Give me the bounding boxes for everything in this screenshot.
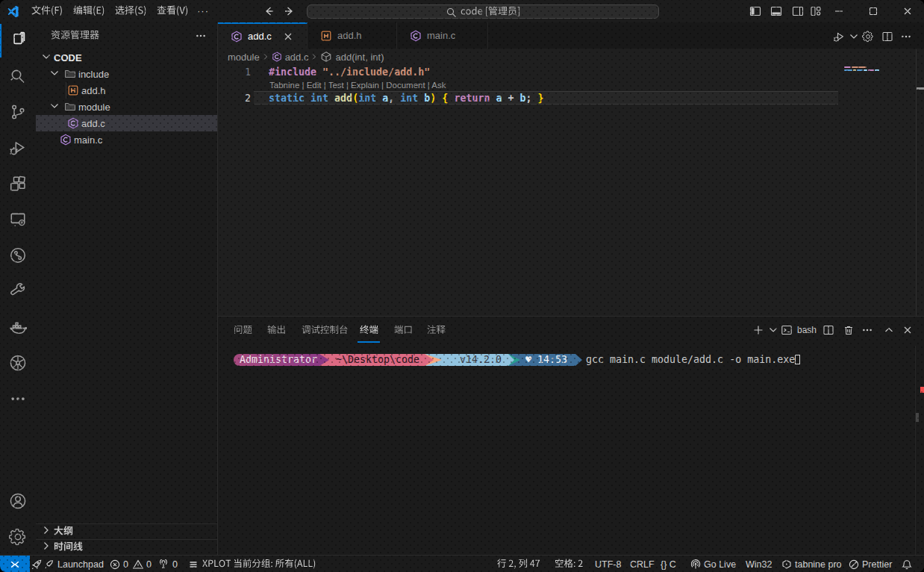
tab-main-c[interactable]: main.c xyxy=(397,22,488,49)
timeline-section[interactable] xyxy=(36,539,217,555)
overview-cursor-mark xyxy=(917,87,924,90)
language-item[interactable]: {} C xyxy=(661,556,676,572)
panel-tab-output[interactable] xyxy=(267,325,286,339)
panel-tab-comments[interactable] xyxy=(427,325,446,339)
activity-docker[interactable] xyxy=(0,309,36,345)
breadcrumb-module[interactable]: module xyxy=(228,52,260,63)
command-center[interactable] xyxy=(307,4,659,19)
activity-source-control[interactable] xyxy=(0,94,36,130)
close-tab-icon[interactable] xyxy=(282,31,294,43)
terminal-profile-icon[interactable] xyxy=(781,324,793,336)
breadcrumb-file[interactable]: add.c xyxy=(285,52,309,63)
code-line-2[interactable]: static int add(int a, int b) { return a … xyxy=(269,92,544,105)
chevron-right-icon xyxy=(40,540,52,552)
panel-tab-terminal[interactable] xyxy=(360,325,378,339)
more-icon xyxy=(900,31,912,43)
new-terminal-button[interactable] xyxy=(752,324,764,336)
panel-more-button[interactable] xyxy=(861,324,873,336)
terminal-dropdown-icon[interactable] xyxy=(767,324,779,336)
run-dropdown-icon[interactable] xyxy=(848,31,860,43)
tabnine-icon xyxy=(781,559,792,570)
customize-layout-button[interactable] xyxy=(810,5,822,17)
tree-item-module[interactable]: module xyxy=(36,99,217,115)
minimize-button[interactable] xyxy=(822,0,855,22)
menu-file[interactable] xyxy=(31,3,63,19)
outline-section[interactable] xyxy=(36,523,217,539)
line-col-item[interactable] xyxy=(497,556,540,572)
terminal-command[interactable]: gcc main.c module/add.c -o main.exe xyxy=(586,354,795,366)
menu-edit[interactable] xyxy=(73,3,104,19)
configure-button[interactable] xyxy=(862,31,874,43)
tab-add-c[interactable]: add.c xyxy=(218,22,308,49)
code-token: "../include/add.h" xyxy=(322,66,430,78)
tree-item-main-c[interactable]: main.c xyxy=(36,131,217,148)
menu-selection[interactable] xyxy=(115,3,147,19)
tree-item-include[interactable]: include xyxy=(36,66,217,82)
activity-run-debug[interactable] xyxy=(0,130,36,166)
codelens[interactable]: Tabnine | Edit | Test | Explain | Docume… xyxy=(269,80,446,90)
sidebar-more-button[interactable] xyxy=(195,30,207,42)
minimize-icon xyxy=(833,5,845,17)
panel-scrollbar-ruler[interactable] xyxy=(915,346,916,556)
menu-edit-label xyxy=(73,5,104,16)
split-editor-icon xyxy=(881,31,893,43)
ports-item[interactable]: 0 xyxy=(158,556,178,572)
activity-tools[interactable] xyxy=(0,273,36,309)
split-terminal-button[interactable] xyxy=(822,324,834,336)
go-live-item[interactable]: Go Live xyxy=(690,556,736,572)
breadcrumb-symbol[interactable]: add(int, int) xyxy=(335,52,384,63)
panel: bashAdministrator~\Desktop\codev14.2.0♥ … xyxy=(218,316,924,555)
nav-back-button[interactable] xyxy=(263,5,275,17)
platform-item[interactable]: Win32 xyxy=(746,556,772,572)
tab-add-h[interactable]: add.h xyxy=(308,22,397,49)
chevron-down-icon xyxy=(40,51,52,63)
close-button[interactable] xyxy=(890,0,924,22)
editor-more-button[interactable] xyxy=(900,31,912,43)
maximize-button[interactable] xyxy=(856,0,890,22)
encoding-item[interactable]: UTF-8 xyxy=(595,556,621,572)
warning-count: 0 xyxy=(146,559,152,570)
activity-settings[interactable] xyxy=(0,519,36,555)
symbol-icon-wrap xyxy=(320,51,332,63)
tabnine-item[interactable]: tabnine pro xyxy=(781,556,842,572)
panel-tab-ports[interactable] xyxy=(394,325,413,339)
code-line-1[interactable]: #include "../include/add.h" xyxy=(269,66,430,79)
activity-explorer[interactable] xyxy=(0,22,36,58)
kill-terminal-button[interactable] xyxy=(843,324,855,336)
close-panel-button[interactable] xyxy=(902,324,914,336)
tree-item-add-c[interactable]: add.c xyxy=(36,115,217,131)
panel-tab-problems[interactable] xyxy=(234,325,252,339)
maximize-panel-button[interactable] xyxy=(883,324,895,336)
tree-root-label: CODE xyxy=(54,52,82,63)
activity-account[interactable] xyxy=(0,483,36,519)
menu-view[interactable] xyxy=(157,3,188,19)
split-editor-button[interactable] xyxy=(881,31,893,43)
indent-item[interactable] xyxy=(555,556,583,572)
activity-kubernetes[interactable] xyxy=(0,345,36,381)
toggle-panel-button[interactable] xyxy=(770,5,782,17)
tabnine-label: tabnine pro xyxy=(795,559,842,570)
activity-more[interactable] xyxy=(0,381,36,417)
run-or-debug-button[interactable] xyxy=(833,31,845,43)
activity-search[interactable] xyxy=(0,58,36,94)
menu-more[interactable]: ··· xyxy=(197,2,209,19)
tree-item-code[interactable]: CODE xyxy=(36,49,217,66)
toggle-sidebar-button[interactable] xyxy=(749,5,761,17)
tree-item-add-h[interactable]: add.h xyxy=(36,82,217,99)
notifications-bell[interactable] xyxy=(902,556,912,572)
launchpad-item[interactable]: Launchpad xyxy=(31,556,104,572)
nav-forward-button[interactable] xyxy=(284,5,296,17)
eol-item[interactable]: CRLF xyxy=(630,556,655,572)
xplot-item[interactable] xyxy=(188,556,316,572)
panel-tab-debug-console[interactable] xyxy=(302,325,349,339)
run-or-debug-icon xyxy=(833,31,845,43)
activity-extensions[interactable] xyxy=(0,166,36,202)
problems-item[interactable]: 00 xyxy=(110,556,152,572)
toggle-secondary-sidebar-button[interactable] xyxy=(792,5,804,17)
activity-remote-explorer[interactable] xyxy=(0,202,36,237)
activity-gitlens[interactable] xyxy=(0,237,36,273)
remote-indicator[interactable] xyxy=(0,556,30,572)
minimap-line xyxy=(857,69,863,71)
panel-scrollbar-thumb[interactable] xyxy=(916,413,919,422)
prettier-item[interactable]: Prettier xyxy=(849,556,892,572)
